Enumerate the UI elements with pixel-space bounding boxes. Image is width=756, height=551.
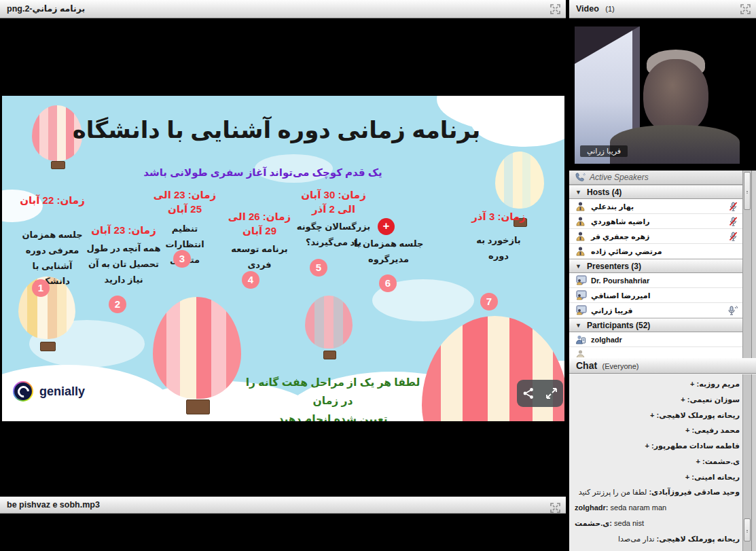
disclosure-triangle-icon[interactable]: ▼ xyxy=(575,260,581,273)
chat-message: zolghadrseda naram man xyxy=(575,503,740,513)
share-icon[interactable] xyxy=(522,387,535,399)
scrollbar-thumb[interactable] xyxy=(744,172,751,210)
presentation-slide: برنامه زمانی دوره آشنایی با دانشگاه یک ق… xyxy=(2,96,564,421)
item-time: زمان: 22 آبان xyxy=(14,193,90,207)
disclosure-triangle-icon[interactable]: ▼ xyxy=(575,185,581,199)
attendee-row[interactable]: zolghadr xyxy=(569,332,756,347)
hot-air-balloon xyxy=(153,297,241,399)
video-pod: Video (1) فريبا زراني xyxy=(569,0,756,170)
chat-text: ندار می‌صدا xyxy=(618,535,655,543)
step-circle-4[interactable]: 4 xyxy=(242,271,259,289)
slide-title: برنامه زمانی دوره آشنایی با دانشگاه xyxy=(2,116,551,143)
chat-sender: ریحانه پورملک لاهیجی xyxy=(655,411,740,419)
attendee-name: zolghadr xyxy=(591,336,622,344)
webcam-person-face xyxy=(643,59,708,133)
chat-sender: وحید صادقی فیروزآبادی xyxy=(647,488,740,496)
webcam-name-badge: فريبا زراني xyxy=(580,145,628,157)
timeline-item-2: زمان: 23 آبان همه آنچه در طول تحصیل تان … xyxy=(86,223,161,287)
timeline-item-4: زمان: 26 الی 29 آبان برنامه توسعه فردی xyxy=(226,209,293,273)
chat-text: لطفا من را پرزنتر کنید xyxy=(579,488,647,496)
chat-sender: ی.حشمت xyxy=(575,519,614,527)
item-time: زمان: 3 آذر xyxy=(465,209,532,224)
chat-sender: محمد رفیعی xyxy=(689,426,740,434)
webcam-video[interactable]: فريبا زراني xyxy=(575,26,751,164)
step-circle-7[interactable]: 7 xyxy=(480,293,498,310)
step-circle-1[interactable]: 1 xyxy=(32,279,50,297)
participant-icon xyxy=(575,349,586,357)
expand-icon[interactable] xyxy=(545,387,558,399)
scrollbar-grip xyxy=(746,191,748,194)
chat-message: ریحانه پورملک لاهیجی+ xyxy=(575,411,740,421)
adobe-connect-window: برنامه زماني-2.png xyxy=(0,0,756,551)
chat-message: سوزان نعیمی+ xyxy=(575,395,740,405)
participants-section-header[interactable]: ▼ Participants (52) xyxy=(569,318,756,332)
video-pod-titlebar[interactable]: Video (1) xyxy=(569,0,756,18)
attendees-scrollbar[interactable] xyxy=(742,171,751,358)
share-pod-titlebar[interactable]: برنامه زماني-2.png xyxy=(0,0,566,18)
item-time: زمان: 26 الی 29 آبان xyxy=(226,209,293,238)
timeline-item-1: زمان: 22 آبان جلسه همزمان معرفی دوره آشن… xyxy=(14,193,90,289)
step-circle-2[interactable]: 2 xyxy=(109,296,126,313)
step-circle-5[interactable]: 5 xyxy=(310,259,327,277)
hosts-header-label: Hosts (4) xyxy=(587,188,622,197)
attendee-name: Dr. Pourshahriar xyxy=(591,277,649,285)
share-pod: برنامه زماني-2.png xyxy=(0,0,566,494)
hosts-section-header[interactable]: ▼ Hosts (4) xyxy=(569,185,756,199)
attendee-name: فريبا زراني xyxy=(591,306,633,315)
chat-pod-titlebar[interactable]: Chat (Everyone) xyxy=(569,358,756,374)
genially-logo-icon xyxy=(13,381,33,402)
pod-edge-strip xyxy=(751,171,756,358)
step-circle-6[interactable]: 6 xyxy=(379,274,397,292)
chat-message: ی.حشمت+ xyxy=(575,457,740,467)
attendee-row[interactable]: فريبا زراني xyxy=(569,303,756,318)
participants-header-label: Participants (52) xyxy=(587,321,650,330)
attendee-row[interactable]: زهره جعفري فر xyxy=(569,229,756,244)
attendee-name: بهار بندعلي xyxy=(591,202,634,211)
attendee-name: اميررضا اصنافي xyxy=(591,291,650,300)
slide-footer-note: لطفا هر یک از مراحل هفت گانه را در زمان … xyxy=(245,373,421,421)
genially-brand[interactable]: genially xyxy=(13,381,85,402)
step-circle-3[interactable]: 3 xyxy=(173,250,191,268)
audio-pod-titlebar[interactable]: be pishvaz e sobh.mp3 xyxy=(0,497,566,514)
item-desc: همه آنچه در طول تحصیل تان به آن نیاز دار… xyxy=(86,241,161,287)
chat-message: ریحانه پورملک لاهیجیندار می‌صدا xyxy=(575,535,740,544)
attendees-pod: Active Speakers ▼ Hosts (4) بهار بندعلي … xyxy=(569,171,756,358)
chat-sender: zolghadr xyxy=(575,503,611,512)
audio-pod: be pishvaz e sobh.mp3 xyxy=(0,494,566,551)
chat-message: مریم روزبه+ xyxy=(575,380,740,389)
attendee-row[interactable]: اميررضا اصنافي xyxy=(569,288,756,303)
plus-icon[interactable]: + xyxy=(378,218,395,235)
item-desc: برنامه توسعه فردی xyxy=(226,242,293,273)
item-time: زمان: 23 الی 25 آبان xyxy=(153,188,217,216)
attendee-name: زهره جعفري فر xyxy=(591,232,649,241)
presenters-section-header[interactable]: ▼ Presenters (3) xyxy=(569,259,756,273)
chat-sender: سوزان نعیمی xyxy=(685,395,740,404)
fullscreen-icon[interactable] xyxy=(550,503,560,513)
item-time: زمان: 30 آبان الی 2 آذر xyxy=(295,188,372,216)
attendee-row-partial[interactable] xyxy=(569,347,756,357)
chat-scope: (Everyone) xyxy=(602,362,639,370)
attendee-row[interactable]: بهار بندعلي xyxy=(569,199,756,214)
presenters-header-label: Presenters (3) xyxy=(587,262,641,271)
chat-sender: ریحانه امینی xyxy=(689,473,740,481)
slide-subtitle: یک قدم کوچک می‌تواند آغاز سفری طولانی با… xyxy=(2,166,524,179)
hot-air-balloon xyxy=(305,296,353,349)
fullscreen-icon[interactable] xyxy=(740,4,751,14)
attendee-name: راضيه شاهوردي xyxy=(591,217,649,226)
hot-air-balloon xyxy=(495,152,544,209)
scrollbar-thumb[interactable] xyxy=(744,518,751,541)
chat-scrollbar[interactable] xyxy=(742,374,751,551)
chat-sender: مریم روزبه xyxy=(694,380,740,388)
fullscreen-icon[interactable] xyxy=(550,4,560,14)
item-desc: جلسه همزمان با مدیرگروه xyxy=(353,236,425,268)
chat-message-list: مریم روزبه+ سوزان نعیمی+ ریحانه پورملک ل… xyxy=(569,374,756,551)
chat-message: ریحانه امینی+ xyxy=(575,473,740,482)
scrollbar-grip xyxy=(746,530,748,533)
attendee-row[interactable]: مرتضي رضائي زاده xyxy=(569,244,756,259)
attendee-row[interactable]: Dr. Pourshahriar xyxy=(569,273,756,288)
disclosure-triangle-icon[interactable]: ▼ xyxy=(575,319,581,332)
phone-icon xyxy=(575,173,586,183)
attendee-row[interactable]: راضيه شاهوردي xyxy=(569,214,756,229)
slide-footer-line1: لطفا هر یک از مراحل هفت گانه را در زمان xyxy=(245,373,421,410)
chat-title: Chat xyxy=(576,360,597,371)
